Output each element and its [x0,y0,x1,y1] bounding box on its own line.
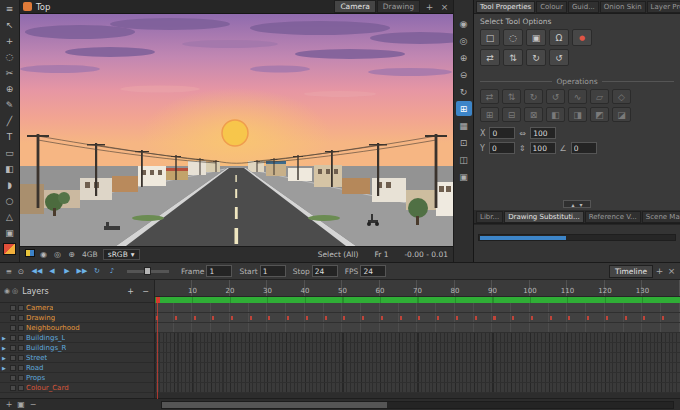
horizontal-scrollbar-thumb[interactable] [162,402,387,408]
frame-ruler[interactable]: 10 20 30 40 50 60 70 80 [155,280,680,297]
exposure-row[interactable] [155,373,680,383]
playback-speed-slider[interactable] [127,270,169,273]
timeline-options-button[interactable]: ⊙ [15,267,27,276]
select-by-colour-button[interactable]: ▣ [526,29,546,46]
zoom-in-button[interactable]: ⊕ [456,50,472,65]
exposure-row[interactable] [155,353,680,363]
zoom-indicator-icon[interactable]: ⊕ [66,249,77,260]
flip-horizontal-button[interactable]: ⇄ [480,49,500,66]
substitution-slider-thumb[interactable] [480,236,566,240]
layer-show-toggle[interactable] [10,345,16,351]
delete-layer-button[interactable]: − [27,400,39,409]
op-rotate-ccw-button[interactable]: ↺ [546,89,565,104]
start-field[interactable] [260,265,286,277]
lower-panel-tab[interactable]: Scene Mark... [642,211,680,223]
layer-row[interactable]: Drawing [0,313,154,323]
render-mode-icon[interactable]: ◉ [38,249,49,260]
frame-area[interactable]: 10 20 30 40 50 60 70 80 [155,280,680,399]
select-tool-button[interactable]: ↖ [1,17,19,33]
substitution-slider[interactable] [478,234,676,241]
width-field[interactable] [530,127,556,139]
loop-button[interactable]: ↻ [90,267,104,275]
y-field[interactable] [489,142,515,154]
op-smooth-button[interactable]: ∿ [568,89,587,104]
stop-field[interactable] [312,265,338,277]
layer-show-toggle[interactable] [10,375,16,381]
op-align-right-button[interactable]: ◨ [568,107,587,122]
exposure-row[interactable] [155,333,680,343]
pencil-tool-button[interactable]: ╱ [1,113,19,129]
panel-tab[interactable]: Onion Skin [600,1,646,13]
lower-panel-tab[interactable]: Drawing Substituti... [504,211,584,223]
op-align-left-button[interactable]: ◧ [546,107,565,122]
layer-lock-toggle[interactable] [18,345,24,351]
panel-tab[interactable]: Colour [536,1,567,13]
layer-show-toggle[interactable] [10,325,16,331]
show-all-layers-icon[interactable]: ◉ [4,287,10,295]
shape-tool-button[interactable]: ▣ [1,225,19,241]
layer-row[interactable]: Camera [0,303,154,313]
op-flatten-button[interactable]: ▱ [590,89,609,104]
color-space-dropdown[interactable]: sRGB ▾ [103,249,140,260]
panel-tab[interactable]: Tool Properties [476,1,535,13]
layer-show-toggle[interactable] [10,365,16,371]
layer-lock-toggle[interactable] [18,315,24,321]
camera-view-canvas[interactable] [20,14,453,246]
layer-show-toggle[interactable] [10,335,16,341]
matte-mode-icon[interactable]: ◎ [52,249,63,260]
transform-tool-button[interactable]: + [1,33,19,49]
paint-tool-button[interactable]: ◧ [1,161,19,177]
sound-button[interactable]: ♪ [105,267,119,275]
close-view-button[interactable]: × [439,2,450,12]
expand-arrow-icon[interactable]: ▶ [2,365,8,371]
timeline-menu-button[interactable]: ≡ [3,267,15,276]
layer-lock-toggle[interactable] [18,375,24,381]
safe-area-button[interactable]: ⊡ [456,135,472,150]
layer-show-toggle[interactable] [10,305,16,311]
layer-show-toggle[interactable] [10,385,16,391]
layer-lock-toggle[interactable] [18,355,24,361]
panel-tab[interactable]: Guid... [568,1,599,13]
layer-lock-toggle[interactable] [18,335,24,341]
layer-show-toggle[interactable] [10,315,16,321]
prev-frame-button[interactable]: ◀ [45,267,59,275]
solo-mode-icon[interactable]: ◎ [12,287,18,295]
layer-row[interactable]: Neighbourhood [0,323,154,333]
layer-lock-toggle[interactable] [18,325,24,331]
layer-lock-toggle[interactable] [18,305,24,311]
split-view-button[interactable]: ◫ [456,152,472,167]
exposure-row[interactable] [155,323,680,333]
expand-arrow-icon[interactable]: ▶ [2,345,8,351]
x-field[interactable] [489,127,515,139]
op-rotate-cw-button[interactable]: ↻ [524,89,543,104]
show-grid-button[interactable]: ⊞ [456,101,472,116]
snap-options-button[interactable]: Ω [549,29,569,46]
reset-view-button[interactable]: ◉ [456,16,472,31]
colour-swatch-tool-button[interactable] [1,241,19,257]
op-ungroup-button[interactable]: ⊟ [502,107,521,122]
camera-view-button[interactable]: ◎ [456,33,472,48]
exposure-row[interactable] [155,343,680,353]
snapshot-button[interactable]: ▣ [456,169,472,184]
close-panel-button[interactable]: × [666,266,677,276]
add-layer-button[interactable]: + [126,287,135,296]
horizontal-scrollbar[interactable] [161,401,674,409]
add-view-button[interactable]: + [424,2,435,12]
zoom-out-button[interactable]: ⊖ [456,67,472,82]
play-button[interactable]: ▶ [60,267,74,275]
add-peg-button[interactable]: ▣ [15,400,27,409]
layer-row[interactable]: Props [0,373,154,383]
lasso-button[interactable]: ◌ [503,29,523,46]
layer-lock-toggle[interactable] [18,385,24,391]
text-tool-button[interactable]: T [1,129,19,145]
layer-row[interactable]: ▶ Buildings_R [0,343,154,353]
reposition-tool-button[interactable]: ⊕ [1,81,19,97]
first-frame-button[interactable]: ◀◀ [30,267,44,275]
op-flip-vertical-button[interactable]: ⇅ [502,89,521,104]
view-tab[interactable]: Camera [334,0,375,13]
expand-arrow-icon[interactable]: ▶ [2,335,8,341]
exposure-grid[interactable] [155,303,680,399]
op-distribute-button[interactable]: ◇ [612,89,631,104]
exposure-row[interactable] [155,313,680,323]
lasso-tool-button[interactable]: ◌ [1,49,19,65]
